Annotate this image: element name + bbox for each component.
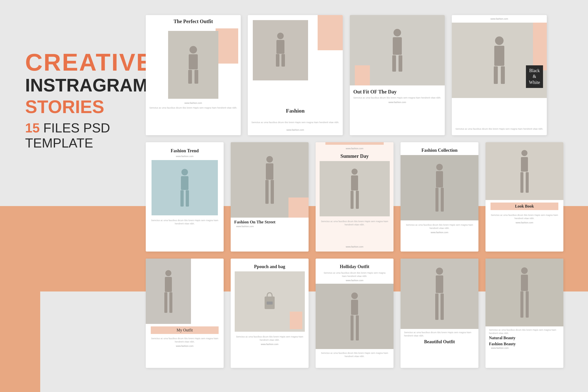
svg-rect-43: [351, 300, 358, 315]
card-lookbook: Look Book Semctus ac uma faucibus dicum …: [485, 142, 563, 252]
card-body-lb: Semctus ac uma faucibus dicum Ibis lorem…: [485, 213, 563, 221]
person-icon-fashion-beauty: [516, 266, 533, 319]
person-icon-fashion: [270, 31, 290, 69]
svg-point-46: [436, 268, 443, 275]
card-title-beautiful: Beautiful Outfit: [404, 339, 475, 345]
card-url-bw: www.fashion.com: [452, 15, 547, 21]
card-body-ft: Semctus ac uma faucibus dicum Ibis lorem…: [146, 218, 224, 226]
svg-rect-7: [281, 54, 285, 67]
card-url-fc: www.fashion.com: [401, 231, 478, 235]
svg-rect-21: [266, 163, 273, 180]
card-body-bw: Semctus ac uma faucibus dicum Ibis lorem…: [452, 126, 547, 132]
cards-area: The Perfect Outfit www.fashion.com S: [146, 15, 583, 375]
person-icon-1: [183, 45, 203, 85]
card-body-holliday-top: Semctus ac uma faucibus dicum Ibis lorem…: [319, 270, 390, 279]
photo-my-outfit: [146, 259, 191, 324]
fashion-body-area: Semctus ac uma faucibus dicum Ibis lorem…: [248, 120, 343, 125]
svg-point-4: [277, 33, 284, 39]
photo-fc: [401, 155, 478, 220]
cards-row-2: Fashion Trend www.fashion.com Semctus ac…: [146, 142, 583, 252]
photo-fashion-beauty: [485, 259, 563, 326]
card-holliday: Holliday Outfit Semctus ac uma faucibus …: [316, 259, 394, 368]
card-title-ppouch: Ppouch and bag: [234, 262, 305, 270]
peach-ppouch: [290, 312, 302, 329]
person-icon-lb: [516, 149, 533, 194]
svg-rect-2: [188, 70, 192, 84]
svg-rect-30: [435, 188, 438, 212]
card-body-holliday: Semctus ac uma faucibus dicum Ibis lorem…: [316, 351, 394, 359]
card-fashion-collection: Fashion Collection Semctus ac uma faucib…: [401, 142, 478, 252]
photo-1: [168, 31, 218, 99]
card-body-ppouch: Semctus ac uma faucibus dicum Ibis lorem…: [231, 334, 309, 342]
card-title-fashion-trend: Fashion Trend: [149, 146, 220, 155]
card-summer-day: www.fashion.com Summer Day Semctus ac um…: [316, 142, 394, 252]
svg-point-36: [165, 270, 171, 276]
photo-holliday: [316, 284, 394, 349]
svg-rect-17: [181, 176, 188, 190]
fb-bottom: Fashion Beauty www.fashion.com: [485, 341, 563, 351]
peach-bw: [533, 23, 547, 70]
card-title-fashion: Fashion: [248, 105, 343, 115]
fashion-title-area: Fashion: [248, 105, 343, 115]
street-text: Fashion On The Street www.fashion.com: [231, 218, 309, 231]
card-fashion-trend: Fashion Trend www.fashion.com Semctus ac…: [146, 142, 224, 252]
svg-rect-37: [165, 277, 172, 292]
summer-header: www.fashion.com Summer Day: [316, 145, 394, 161]
person-icon-ft: [176, 168, 193, 208]
card-url-my-outfit: www.fashion.com: [146, 344, 224, 348]
card-title-fc: Fashion Collection: [404, 145, 475, 154]
fc-top: Fashion Collection: [401, 142, 478, 155]
title-sub-num: 15: [25, 121, 40, 135]
card-body-fashion: Semctus ac uma faucibus dicum Ibis lorem…: [248, 120, 343, 125]
title-stories-text: STORIES: [25, 97, 104, 117]
svg-point-8: [394, 29, 401, 36]
svg-rect-29: [436, 171, 443, 187]
card-url-street: www.fashion.com: [234, 225, 305, 229]
svg-rect-53: [526, 291, 529, 318]
card-url-ft: www.fashion.com: [149, 155, 220, 159]
card-title-outfit-day: Out Fit OF The Day: [353, 89, 441, 95]
card-url-summer2: www.fashion.com: [316, 245, 394, 249]
card-url-holliday-top: www.fashion.com: [319, 279, 390, 283]
card-url-ppouch: www.fashion.com: [231, 342, 309, 347]
svg-rect-10: [392, 55, 396, 72]
svg-rect-9: [393, 37, 402, 55]
svg-rect-1: [189, 54, 198, 69]
title-block: CREATIVE INSTRAGRAM STORIES 15 FILES PSD…: [25, 50, 151, 151]
peach-accent-1: [216, 28, 238, 64]
bw-bottom: Semctus ac uma faucibus dicum Ibis lorem…: [452, 126, 547, 132]
fb-text: Semctus ac uma faucibus dicum Ibis lorem…: [485, 326, 563, 341]
card-body-fb: Semctus ac uma faucibus dicum Ibis lorem…: [489, 328, 560, 336]
photo-ft: [152, 160, 218, 215]
card-body-beautiful-top: Semctus ac uma faucibus dicum Ibis lorem…: [404, 331, 475, 337]
bw-amp: &: [533, 74, 536, 79]
svg-rect-11: [399, 55, 402, 72]
svg-point-42: [351, 292, 358, 299]
svg-rect-26: [351, 191, 354, 209]
summer-top-bar: [325, 142, 384, 145]
card-title-street: Fashion On The Street: [234, 220, 305, 225]
card-url-1: www.fashion.com: [146, 101, 241, 105]
ft-top: Fashion Trend www.fashion.com: [146, 142, 224, 160]
card-body-fc: Semctus ac uma faucibus dicum Ibis lorem…: [401, 222, 478, 231]
svg-rect-48: [435, 293, 438, 320]
my-outfit-badge: My Outfit: [151, 326, 219, 334]
svg-rect-51: [521, 275, 528, 291]
svg-rect-22: [265, 180, 269, 204]
photo-street: [231, 142, 309, 218]
photo-fashion: [253, 20, 308, 80]
photo-beautiful: [401, 259, 478, 329]
card-url-summer: www.fashion.com: [319, 147, 390, 151]
ppouch-top: Ppouch and bag: [231, 259, 309, 271]
peach-small: [355, 65, 370, 85]
svg-rect-49: [440, 293, 444, 320]
svg-rect-39: [169, 292, 172, 313]
bw-title2: White: [529, 80, 540, 85]
bw-badge: Black & White: [526, 65, 543, 88]
photo-summer: [320, 161, 390, 216]
bw-title: Black: [529, 68, 540, 73]
svg-rect-52: [520, 291, 523, 318]
svg-rect-44: [351, 315, 354, 340]
svg-point-50: [521, 267, 528, 274]
card-outfit-day: Out Fit OF The Day Semctus ac uma faucib…: [350, 15, 445, 135]
